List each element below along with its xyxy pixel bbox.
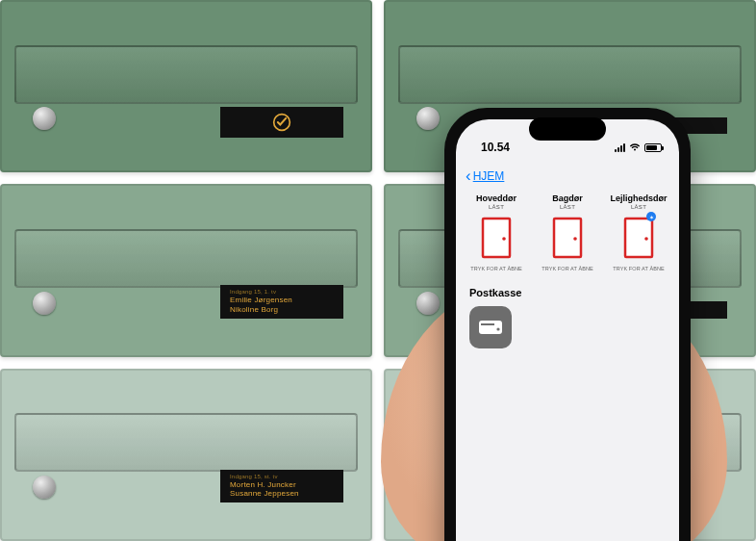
nameplate-meta: Indgang 15, 1. tv: [230, 289, 334, 296]
mailbox-nameplate: [220, 107, 343, 138]
mailbox-slot: [398, 413, 741, 472]
mailbox-lock-icon: [416, 292, 440, 315]
mailbox-slot: [14, 45, 357, 104]
mailbox: Højbjerg: [384, 0, 756, 172]
mailbox-lock-icon: [33, 292, 56, 315]
nameplate-line: Morten H. Juncker: [230, 480, 296, 489]
mailbox-lock-icon: [416, 476, 440, 499]
nameplate-line: Emilie Jørgensen: [230, 296, 292, 304]
mailbox: [0, 0, 372, 172]
mailbox-nameplate: sen: [604, 301, 727, 319]
checkmark-icon: [272, 113, 291, 132]
mailbox-slot: [14, 413, 357, 472]
mailbox-nameplate: Højbjerg: [604, 117, 727, 135]
mailbox-nameplate: Indgang 15, 1. tv Emilie Jørgensen Nikol…: [220, 285, 343, 318]
mailbox: Indgang 15, st. tv Morten H. Juncker Sus…: [0, 369, 372, 541]
mailbox-nameplate: Indgang 15, st. tv Morten H. Juncker Sus…: [220, 470, 343, 502]
mailbox-slot: [14, 229, 357, 288]
mailbox-slot: [398, 45, 741, 104]
mailbox: [384, 369, 756, 541]
nameplate-line: Højbjerg: [614, 121, 644, 130]
nameplate-line: Nikoline Borg: [230, 305, 278, 314]
mailbox-lock-icon: [416, 107, 440, 130]
nameplate-line: Susanne Jeppesen: [230, 489, 299, 498]
nameplate-meta: Indgang 15, st. tv: [230, 474, 334, 480]
mailbox-slot: [398, 229, 741, 288]
mailbox-wall: Højbjerg Indgang 15, 1. tv Emilie Jørgen…: [0, 0, 756, 541]
mailbox-lock-icon: [33, 476, 56, 499]
nameplate-line: sen: [614, 305, 627, 314]
mailbox: Indgang 15, 1. tv Emilie Jørgensen Nikol…: [0, 184, 372, 356]
mailbox-lock-icon: [33, 107, 56, 130]
mailbox: sen: [384, 184, 756, 356]
